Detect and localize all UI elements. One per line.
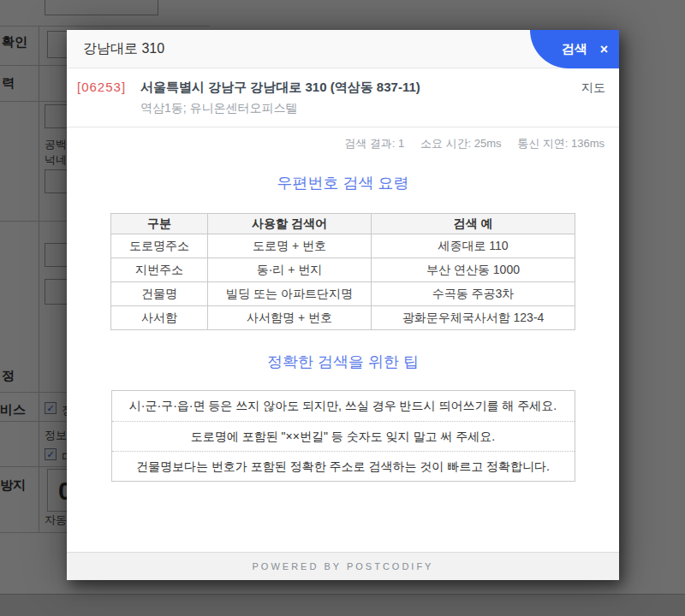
result-primary-line: [06253] 서울특별시 강남구 강남대로 310 (역삼동 837-11) … [77,80,605,96]
tips-box: 시·군·구·읍·면 등은 쓰지 않아도 되지만, 쓰실 경우 반드시 띄어쓰기를… [111,390,575,482]
table-cell: 광화문우체국사서함 123-4 [372,306,575,330]
search-button-area: 검색 × [530,30,619,68]
table-row: 사서함 사서함명 + 번호 광화문우체국사서함 123-4 [111,306,575,330]
stat-latency: 통신 지연: 136ms [517,137,605,150]
table-cell: 부산 연산동 1000 [372,258,575,282]
stat-results: 검색 결과: 1 [344,137,404,150]
tips-title: 정확한 검색을 위한 팁 [67,352,619,372]
search-stats: 검색 결과: 1 소요 시간: 25ms 통신 지연: 136ms [67,127,619,151]
stat-time: 소요 시간: 25ms [420,137,502,150]
tip-item: 시·군·구·읍·면 등은 쓰지 않아도 되지만, 쓰실 경우 반드시 띄어쓰기를… [112,391,575,421]
result-secondary: 역삼1동; 유니온센터오피스텔 [140,101,605,116]
table-row: 건물명 빌딩 또는 아파트단지명 수곡동 주공3차 [111,282,575,306]
guide-title: 우편번호 검색 요령 [67,173,619,193]
close-icon[interactable]: × [600,43,608,56]
table-header: 검색 예 [372,214,575,234]
table-cell: 사서함명 + 번호 [208,306,372,330]
powered-by-footer: POWERED BY POSTCODIFY [67,552,619,580]
table-cell: 빌딩 또는 아파트단지명 [208,282,372,306]
table-cell: 도로명주소 [111,234,208,258]
tip-item: 건물명보다는 번호가 포함된 정확한 주소로 검색하는 것이 빠르고 정확합니다… [112,451,575,481]
postcode-badge: [06253] [77,80,134,94]
page: 확인 력 정 비스 방지 공백을 넉네임 ✓ 정 정보공 ✓ 다 0 자동등 검… [0,0,685,616]
table-header: 사용할 검색어 [208,214,372,234]
table-header-row: 구분 사용할 검색어 검색 예 [111,214,575,234]
table-cell: 수곡동 주공3차 [372,282,575,306]
search-guide-table: 구분 사용할 검색어 검색 예 도로명주소 도로명 + 번호 세종대로 110 … [110,213,575,330]
result-address: 서울특별시 강남구 강남대로 310 (역삼동 837-11) [140,80,581,96]
map-link[interactable]: 지도 [581,80,605,96]
search-button[interactable]: 검색 [562,41,587,57]
table-cell: 건물명 [111,282,208,306]
search-input[interactable] [67,30,529,68]
postcode-search-modal: 검색 × [06253] 서울특별시 강남구 강남대로 310 (역삼동 837… [67,30,619,580]
table-cell: 사서함 [111,306,208,330]
table-header: 구분 [111,214,208,234]
table-row: 도로명주소 도로명 + 번호 세종대로 110 [111,234,575,258]
search-result-item[interactable]: [06253] 서울특별시 강남구 강남대로 310 (역삼동 837-11) … [67,68,619,127]
table-cell: 도로명 + 번호 [208,234,372,258]
table-row: 지번주소 동·리 + 번지 부산 연산동 1000 [111,258,575,282]
search-header: 검색 × [67,30,619,68]
table-cell: 지번주소 [111,258,208,282]
table-cell: 동·리 + 번지 [208,258,372,282]
table-cell: 세종대로 110 [372,234,575,258]
tip-item: 도로명에 포함된 "××번길" 등 숫자도 잊지 말고 써 주세요. [112,421,575,451]
